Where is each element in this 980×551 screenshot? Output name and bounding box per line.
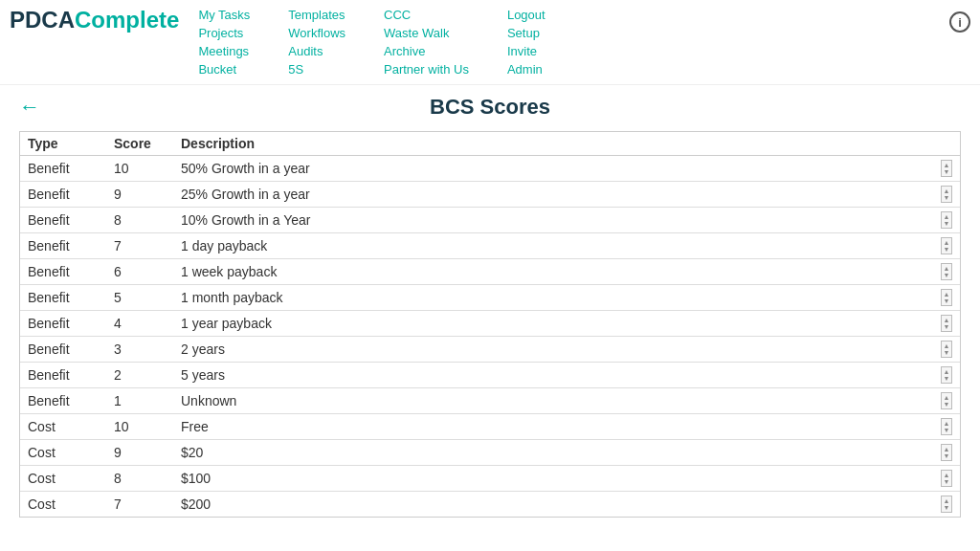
table-row: Cost9$20 (20, 440, 960, 466)
row-scrollbar[interactable] (941, 289, 952, 306)
row-scrollbar[interactable] (941, 237, 952, 254)
table-header: Type Score Description (20, 132, 960, 156)
table-row: Benefit925% Growth in a year (20, 182, 960, 208)
cell-description: Unknown (173, 388, 960, 414)
description-text: 50% Growth in a year (181, 161, 310, 176)
row-scrollbar[interactable] (941, 444, 952, 461)
nav-link-setup[interactable]: Setup (507, 26, 546, 40)
table-row: Cost7$200 (20, 492, 960, 518)
table-row: Benefit41 year payback (20, 311, 960, 337)
nav-link-audits[interactable]: Audits (288, 44, 345, 58)
table-row: Benefit1Unknown (20, 388, 960, 414)
cell-type: Benefit (20, 337, 106, 363)
cell-type: Benefit (20, 182, 106, 208)
row-scrollbar[interactable] (941, 160, 952, 177)
cell-description: 2 years (173, 337, 960, 363)
row-scrollbar[interactable] (941, 211, 952, 229)
nav-link-bucket[interactable]: Bucket (198, 62, 250, 77)
cell-score: 5 (106, 285, 173, 311)
nav-link-templates[interactable]: Templates (288, 8, 345, 22)
description-text: 2 years (181, 342, 225, 357)
table-row: Cost10Free (20, 414, 960, 440)
row-scrollbar[interactable] (941, 366, 952, 384)
cell-description: 10% Growth in a Year (173, 208, 960, 233)
nav-col-3: CCCWaste WalkArchivePartner with Us (384, 8, 469, 77)
row-scrollbar[interactable] (941, 186, 952, 203)
logo-complete: Complete (75, 7, 179, 33)
cell-type: Cost (20, 466, 106, 492)
cell-score: 10 (106, 156, 173, 182)
nav-col-1: My TasksProjectsMeetingsBucket (198, 8, 250, 77)
cell-score: 4 (106, 311, 173, 337)
nav-link-5s[interactable]: 5S (288, 62, 345, 77)
description-text: Free (181, 419, 209, 434)
nav-link-ccc[interactable]: CCC (384, 8, 469, 22)
cell-type: Benefit (20, 388, 106, 414)
nav-link-admin[interactable]: Admin (507, 62, 546, 77)
row-scrollbar[interactable] (941, 315, 952, 332)
table-row: Benefit810% Growth in a Year (20, 208, 960, 233)
cell-type: Benefit (20, 233, 106, 259)
cell-description: $200 (173, 492, 960, 518)
row-scrollbar[interactable] (941, 392, 952, 409)
nav-link-partner-with-us[interactable]: Partner with Us (384, 62, 469, 77)
main-content: ← BCS Scores Type Score Description Bene… (0, 85, 980, 527)
description-text: 1 year payback (181, 316, 272, 331)
cell-description: 50% Growth in a year (173, 156, 960, 182)
back-button[interactable]: ← (19, 97, 40, 118)
row-scrollbar[interactable] (941, 341, 952, 358)
nav: My TasksProjectsMeetingsBucket Templates… (198, 8, 545, 77)
cell-type: Cost (20, 414, 106, 440)
nav-link-logout[interactable]: Logout (507, 8, 546, 22)
cell-score: 7 (106, 492, 173, 518)
table-row: Benefit1050% Growth in a year (20, 156, 960, 182)
logo: PDCAComplete (10, 8, 179, 33)
info-icon[interactable]: i (949, 11, 970, 33)
description-text: $200 (181, 496, 211, 512)
col-header-type: Type (20, 132, 106, 156)
cell-description: 25% Growth in a year (173, 182, 960, 208)
cell-score: 8 (106, 466, 173, 492)
nav-link-invite[interactable]: Invite (507, 44, 546, 58)
nav-col-4: LogoutSetupInviteAdmin (507, 8, 546, 77)
cell-score: 1 (106, 388, 173, 414)
cell-type: Benefit (20, 363, 106, 388)
nav-link-waste-walk[interactable]: Waste Walk (384, 26, 469, 40)
table-row: Benefit25 years (20, 363, 960, 388)
cell-description: 1 week payback (173, 259, 960, 285)
col-header-score: Score (106, 132, 173, 156)
table-row: Cost8$100 (20, 466, 960, 492)
cell-score: 3 (106, 337, 173, 363)
description-text: 1 day payback (181, 238, 267, 253)
nav-link-projects[interactable]: Projects (198, 26, 250, 40)
cell-type: Benefit (20, 208, 106, 233)
cell-score: 7 (106, 233, 173, 259)
cell-score: 10 (106, 414, 173, 440)
logo-pdca: PDCA (10, 7, 75, 33)
row-scrollbar[interactable] (941, 418, 952, 435)
cell-description: $100 (173, 466, 960, 492)
row-scrollbar[interactable] (941, 470, 952, 487)
cell-type: Benefit (20, 259, 106, 285)
description-text: 5 years (181, 367, 225, 383)
cell-type: Benefit (20, 156, 106, 182)
row-scrollbar[interactable] (941, 263, 952, 280)
table-body: Benefit1050% Growth in a yearBenefit925%… (20, 156, 960, 518)
cell-description: $20 (173, 440, 960, 466)
cell-description: 1 month payback (173, 285, 960, 311)
page-title: BCS Scores (430, 95, 550, 120)
col-header-description: Description (173, 132, 960, 156)
nav-link-archive[interactable]: Archive (384, 44, 469, 58)
nav-link-meetings[interactable]: Meetings (198, 44, 250, 58)
description-text: 1 week payback (181, 264, 277, 279)
cell-description: 1 year payback (173, 311, 960, 337)
description-text: Unknown (181, 393, 236, 408)
cell-score: 9 (106, 182, 173, 208)
description-text: 10% Growth in a Year (181, 212, 310, 228)
cell-description: Free (173, 414, 960, 440)
nav-link-my-tasks[interactable]: My Tasks (198, 8, 250, 22)
bcs-table-container[interactable]: Type Score Description Benefit1050% Grow… (19, 131, 961, 518)
row-scrollbar[interactable] (941, 496, 952, 513)
nav-link-workflows[interactable]: Workflows (288, 26, 345, 40)
title-row: ← BCS Scores (19, 95, 961, 120)
